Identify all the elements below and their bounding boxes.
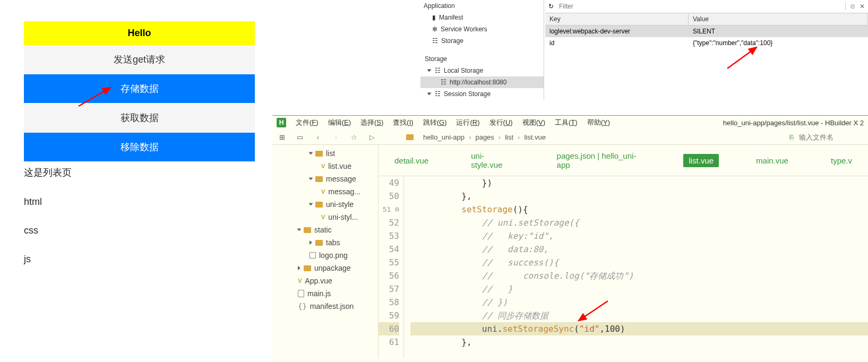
code-editor[interactable]: 495051 ⊟52535455565758596061 }) }, setSt… [379, 176, 868, 358]
menu-item[interactable]: 跳转(G) [423, 118, 447, 126]
folder-icon [315, 151, 323, 157]
list-item: html [24, 192, 255, 221]
tree-item[interactable]: Vmessag... [272, 185, 378, 198]
tree-item[interactable]: main.js [272, 287, 378, 300]
app-item-storage[interactable]: ☷Storage [419, 35, 544, 47]
vue-file-icon: V [321, 163, 325, 169]
tree-item[interactable]: unpackage [272, 262, 378, 274]
page-title: Hello [24, 21, 255, 45]
storage-icon: ☷ [432, 37, 438, 45]
menu-item[interactable]: 视图(V) [522, 118, 545, 126]
editor-tab[interactable]: list.vue [683, 154, 719, 167]
storage-toolbar: ↻ ⊘ ✕ [545, 0, 868, 13]
chevron-down-icon [427, 93, 432, 96]
app-item-manifest[interactable]: ▮Manifest [419, 12, 544, 23]
editor-tabs: detail.vueuni-style.vuepages.json | hell… [379, 145, 868, 176]
storage-header: Key Value [545, 13, 868, 25]
run-icon[interactable]: ▷ [368, 133, 376, 141]
cell-key: loglevel:webpack-dev-server [545, 25, 689, 37]
search-file-icon[interactable]: ⎘ [787, 133, 796, 141]
action-get-data[interactable]: 获取数据 [24, 104, 255, 132]
section-storage: Storage [420, 53, 544, 65]
code-area[interactable]: }) }, setStorage(){ // uni.setStorage({ … [404, 176, 868, 358]
chevron-down-icon [309, 152, 313, 155]
file-tree: listVlist.vuemessageVmessag...uni-styleV… [272, 145, 379, 358]
crumb[interactable]: pages [475, 133, 494, 141]
tree-item[interactable]: Vlist.vue [272, 160, 378, 173]
panel-icon[interactable]: ⊞ [278, 133, 286, 141]
action-remove-data[interactable]: 移除数据 [24, 133, 255, 161]
folder-icon [315, 240, 323, 246]
editor-tab[interactable]: detail.vue [389, 154, 434, 167]
local-storage-node[interactable]: ☷Local Storage [420, 65, 544, 76]
gear-icon: ✻ [432, 25, 437, 33]
menu-item[interactable]: 工具(T) [555, 118, 578, 126]
vue-file-icon: V [321, 214, 325, 220]
image-icon [310, 252, 316, 258]
hbuilder-logo: H [277, 118, 286, 127]
tree-item[interactable]: {}manifest.json [272, 300, 378, 313]
file-icon [298, 290, 304, 297]
filter-input[interactable] [558, 2, 664, 11]
header-value[interactable]: Value [689, 13, 868, 25]
action-get-request[interactable]: 发送get请求 [24, 45, 255, 74]
cell-key: id [545, 37, 689, 49]
editor-tab[interactable]: uni-style.vue [466, 149, 519, 171]
hbuilder-menubar: H 文件(F)编辑(E)选择(S)查找(I)跳转(G)运行(R)发行(U)视图(… [272, 116, 868, 130]
crumb[interactable]: list.vue [524, 133, 545, 141]
action-store-data[interactable]: 存储数据 [24, 74, 255, 103]
phone-preview: Hello 发送get请求 存储数据 获取数据 移除数据 这是列表页 html … [24, 21, 255, 278]
app-item-service-workers[interactable]: ✻Service Workers [419, 23, 544, 35]
breadcrumb: hello_uni-apppageslistlist.vue [423, 133, 546, 141]
local-storage-host[interactable]: ☷http://localhost:8080 [420, 76, 544, 88]
tree-item[interactable]: tabs [272, 236, 378, 249]
menu-item[interactable]: 发行(U) [489, 118, 513, 126]
block-icon[interactable]: ⊘ [845, 3, 855, 10]
crumb[interactable]: hello_uni-app [423, 133, 465, 141]
tree-item[interactable]: uni-style [272, 198, 378, 211]
storage-row[interactable]: id {"type":"number","data":100} [545, 37, 868, 49]
header-key[interactable]: Key [545, 13, 689, 25]
chevron-down-icon [427, 70, 432, 72]
session-storage-node[interactable]: ☷Session Storage [420, 88, 544, 100]
list-page-text: 这是列表页 [24, 162, 255, 192]
line-gutter: 495051 ⊟52535455565758596061 [379, 176, 404, 358]
menu-item[interactable]: 运行(R) [456, 118, 479, 126]
tree-item[interactable]: static [272, 223, 378, 236]
list-item: js [24, 249, 255, 278]
menu-item[interactable]: 选择(S) [360, 118, 383, 126]
json-icon: {} [298, 302, 307, 311]
menu-item[interactable]: 编辑(E) [328, 118, 351, 126]
forward-icon[interactable]: › [332, 133, 340, 141]
file-search-input[interactable] [799, 133, 863, 141]
crumb[interactable]: list [505, 133, 513, 141]
tree-item[interactable]: VApp.vue [272, 274, 378, 287]
window-title: hello_uni-app/pages/list/list.vue - HBui… [723, 119, 864, 127]
refresh-icon[interactable]: ↻ [548, 3, 554, 10]
vue-file-icon: V [321, 188, 325, 195]
tree-item[interactable]: logo.png [272, 249, 378, 262]
cell-value: {"type":"number","data":100} [689, 37, 868, 49]
save-icon[interactable]: ▭ [296, 133, 304, 141]
editor-tab[interactable]: main.vue [751, 154, 794, 167]
vue-file-icon: V [298, 278, 302, 284]
tree-item[interactable]: message [272, 173, 378, 185]
folder-icon [304, 265, 311, 271]
editor-tab[interactable]: pages.json | hello_uni-app [552, 149, 652, 171]
star-icon[interactable]: ☆ [350, 133, 358, 141]
chevron-down-icon [309, 178, 313, 180]
tree-item[interactable]: Vuni-styl... [272, 211, 378, 223]
cell-value: SILENT [689, 25, 868, 37]
grid-icon: ☷ [435, 67, 441, 74]
menu-item[interactable]: 查找(I) [393, 118, 413, 126]
folder-icon [315, 176, 323, 182]
tree-item[interactable]: list [272, 147, 378, 160]
menu-item[interactable]: 帮助(Y) [587, 118, 610, 126]
hbuilder-toolbar: ⊞ ▭ ‹ › ☆ ▷ hello_uni-apppageslistlist.v… [272, 130, 868, 145]
menu-item[interactable]: 文件(F) [296, 118, 319, 126]
storage-row[interactable]: loglevel:webpack-dev-server SILENT [545, 25, 868, 37]
editor-tab[interactable]: type.v [826, 154, 857, 167]
back-icon[interactable]: ‹ [314, 133, 322, 141]
close-icon[interactable]: ✕ [860, 3, 865, 10]
grid-icon: ☷ [441, 79, 446, 86]
